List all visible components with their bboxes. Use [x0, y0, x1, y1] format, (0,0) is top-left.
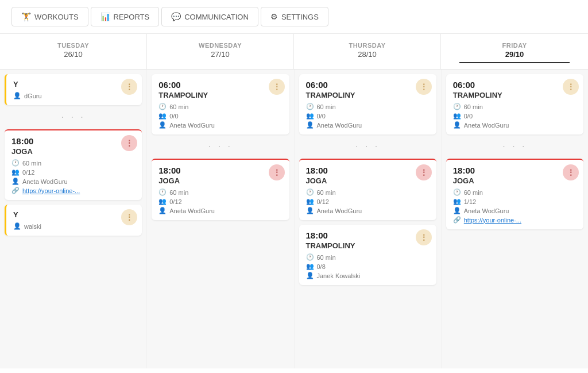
duration-value: 60 min — [317, 103, 336, 110]
spots-value: 0/0 — [317, 113, 326, 120]
event-menu-button[interactable]: ⋮ — [416, 79, 432, 95]
event-time: 18:00 — [158, 166, 282, 175]
person-icon: 👤 — [158, 207, 167, 214]
trainer-name: Aneta WodGuru — [317, 207, 362, 214]
tab-workouts-label: WORKOUTS — [34, 13, 79, 21]
people-icon: 👥 — [306, 263, 314, 270]
link-icon: 🔗 — [11, 187, 20, 194]
meta-spots: 👥 1/12 — [453, 198, 577, 205]
meta-spots: 👥 0/12 — [158, 198, 282, 205]
day-name-wednesday: WEDNESDAY — [152, 42, 289, 49]
day-header-friday: FRIDAY 29/10 — [441, 34, 588, 69]
tab-communication[interactable]: 💬 COMMUNICATION — [161, 7, 258, 26]
tab-reports[interactable]: 📊 REPORTS — [91, 7, 160, 26]
meta-trainer: 👤 dGuru — [13, 92, 135, 99]
spots-value: 0/12 — [22, 169, 34, 176]
person-icon: 👤 — [453, 121, 461, 129]
event-time: 18:00 — [11, 136, 135, 146]
event-meta: 🕐 60 min 👥 0/12 👤 Aneta WodGuru — [306, 189, 430, 214]
meta-duration: 🕐 60 min — [158, 189, 282, 196]
person-icon: 👤 — [11, 178, 20, 185]
event-menu-button[interactable]: ⋮ — [563, 164, 579, 180]
tab-settings-label: SETTINGS — [281, 13, 319, 21]
duration-value: 60 min — [464, 103, 483, 110]
dots-separator: · · · — [152, 139, 289, 154]
event-card: ⋮ 06:00 TRAMPOLINY 🕐 60 min 👥 0/0 👤 Anet… — [446, 74, 583, 134]
spots-value: 0/0 — [464, 113, 473, 120]
event-link[interactable]: https://your-online-... — [464, 217, 521, 224]
event-menu-button[interactable]: ⋮ — [416, 229, 432, 245]
day-header-thursday: THURSDAY 28/10 — [294, 34, 441, 69]
tab-settings[interactable]: ⚙ SETTINGS — [261, 7, 328, 26]
dots-separator: · · · — [299, 139, 436, 154]
trainer-name: Aneta WodGuru — [169, 207, 215, 214]
clock-icon: 🕐 — [453, 103, 461, 110]
trainer-name: Aneta WodGuru — [317, 122, 362, 129]
event-card: ⋮ 06:00 TRAMPOLINY 🕐 60 min 👥 0/0 👤 Anet… — [152, 74, 289, 134]
day-column-tuesday: ⋮ Y 👤 dGuru · · · ⋮ 18:00 JOGA 🕐 — [0, 70, 146, 368]
trainer-name: walski — [24, 223, 41, 230]
event-menu-button[interactable]: ⋮ — [269, 164, 285, 180]
person-icon: 👤 — [158, 121, 167, 129]
meta-duration: 🕐 60 min — [306, 253, 430, 261]
meta-duration: 🕐 60 min — [11, 159, 135, 167]
meta-duration: 🕐 60 min — [306, 103, 430, 110]
event-card: ⋮ 06:00 TRAMPOLINY 🕐 60 min 👥 0/0 👤 Anet… — [299, 74, 436, 134]
meta-spots: 👥 0/8 — [306, 263, 430, 270]
meta-trainer: 👤 walski — [13, 222, 135, 230]
active-day-underline — [459, 62, 570, 63]
person-icon: 👤 — [13, 222, 21, 230]
meta-spots: 👥 0/0 — [453, 112, 577, 120]
event-menu-button[interactable]: ⋮ — [416, 164, 432, 180]
top-navigation: 🏋 WORKOUTS 📊 REPORTS 💬 COMMUNICATION ⚙ S… — [0, 0, 588, 34]
duration-value: 60 min — [317, 189, 336, 196]
day-name-thursday: THURSDAY — [299, 42, 436, 49]
tab-communication-label: COMMUNICATION — [184, 13, 249, 21]
event-title: JOGA — [11, 147, 135, 156]
clock-icon: 🕐 — [158, 103, 167, 110]
day-header-tuesday: TUESDAY 26/10 — [0, 34, 147, 69]
meta-duration: 🕐 60 min — [453, 189, 577, 196]
trainer-name: Aneta WodGuru — [22, 178, 68, 185]
day-column-thursday: ⋮ 06:00 TRAMPOLINY 🕐 60 min 👥 0/0 👤 Anet… — [295, 70, 441, 368]
spots-value: 0/12 — [317, 198, 329, 205]
meta-trainer: 👤 Janek Kowalski — [306, 272, 430, 279]
calendar-body: ⋮ Y 👤 dGuru · · · ⋮ 18:00 JOGA 🕐 — [0, 70, 588, 368]
link-icon: 🔗 — [453, 216, 461, 224]
event-meta: 👤 walski — [13, 222, 135, 230]
meta-link: 🔗 https://your-online-... — [453, 216, 577, 224]
event-title: JOGA — [453, 176, 577, 185]
event-menu-button[interactable]: ⋮ — [563, 79, 579, 95]
tab-reports-label: REPORTS — [114, 13, 150, 21]
day-date-wednesday: 27/10 — [152, 50, 289, 59]
workouts-icon: 🏋 — [21, 12, 31, 21]
people-icon: 👥 — [158, 112, 167, 120]
event-time: 18:00 — [306, 230, 430, 240]
dots-separator: · · · — [5, 110, 142, 125]
event-title: JOGA — [306, 176, 430, 185]
day-date-friday: 29/10 — [446, 50, 583, 59]
event-card: ⋮ 18:00 JOGA 🕐 60 min 👥 0/12 👤 Aneta Wod… — [5, 129, 142, 200]
day-date-tuesday: 26/10 — [5, 50, 142, 59]
event-card: ⋮ 18:00 TRAMPOLINY 🕐 60 min 👥 0/8 👤 Jane… — [299, 225, 436, 285]
event-card: ⋮ 18:00 JOGA 🕐 60 min 👥 0/12 👤 Aneta Wod… — [299, 159, 436, 220]
duration-value: 60 min — [169, 189, 188, 196]
person-icon: 👤 — [453, 207, 461, 214]
tab-workouts[interactable]: 🏋 WORKOUTS — [11, 7, 88, 26]
event-meta: 🕐 60 min 👥 0/8 👤 Janek Kowalski — [306, 253, 430, 279]
communication-icon: 💬 — [171, 12, 181, 21]
day-header-wednesday: WEDNESDAY 27/10 — [147, 34, 294, 69]
spots-value: 1/12 — [464, 198, 476, 205]
meta-trainer: 👤 Aneta WodGuru — [453, 207, 577, 214]
meta-spots: 👥 0/0 — [306, 112, 430, 120]
event-title: TRAMPOLINY — [306, 91, 430, 99]
event-title: TRAMPOLINY — [453, 91, 577, 99]
meta-trainer: 👤 Aneta WodGuru — [306, 121, 430, 129]
meta-spots: 👥 0/0 — [158, 112, 282, 120]
event-title: TRAMPOLINY — [306, 241, 430, 250]
meta-duration: 🕐 60 min — [158, 103, 282, 110]
event-link[interactable]: https://your-online-... — [22, 187, 80, 194]
duration-value: 60 min — [169, 103, 188, 110]
event-meta: 🕐 60 min 👥 1/12 👤 Aneta WodGuru 🔗 https:… — [453, 189, 577, 224]
event-menu-button[interactable]: ⋮ — [269, 79, 285, 95]
